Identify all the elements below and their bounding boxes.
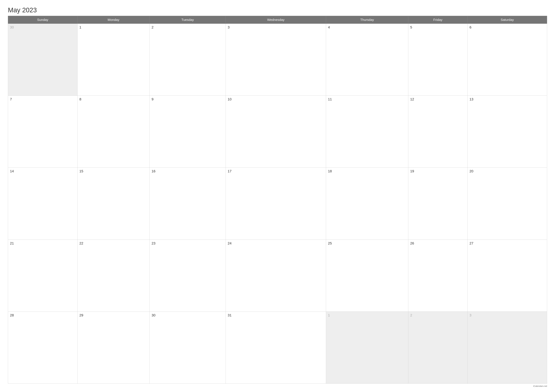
calendar-day-cell: 20 <box>467 168 547 240</box>
calendar-day-cell: 1 <box>326 312 408 384</box>
calendar-day-cell: 3 <box>226 24 326 96</box>
calendar-day-cell: 5 <box>408 24 467 96</box>
calendar-day-cell: 11 <box>326 96 408 168</box>
day-number: 30 <box>10 25 14 29</box>
day-number: 23 <box>152 241 155 245</box>
day-number: 3 <box>228 25 230 29</box>
calendar-day-cell: 30 <box>150 312 226 384</box>
day-number: 1 <box>80 25 81 29</box>
day-number: 30 <box>152 313 155 317</box>
calendar-week-row: 14151617181920 <box>8 168 547 240</box>
day-number: 11 <box>328 97 332 101</box>
calendar-title: May 2023 <box>8 6 547 14</box>
day-number: 12 <box>410 97 414 101</box>
footer-credit: iCalendars.net <box>533 385 547 387</box>
calendar-day-cell: 2 <box>408 312 467 384</box>
day-number: 29 <box>80 313 83 317</box>
day-number: 10 <box>228 97 232 101</box>
day-number: 9 <box>152 97 153 101</box>
day-number: 19 <box>410 169 414 173</box>
calendar-day-cell: 15 <box>77 168 150 240</box>
header-day-monday: Monday <box>77 16 150 24</box>
calendar-day-cell: 28 <box>8 312 78 384</box>
calendar-day-cell: 24 <box>226 240 326 312</box>
calendar-day-cell: 3 <box>467 312 547 384</box>
calendar-day-cell: 17 <box>226 168 326 240</box>
header-day-tuesday: Tuesday <box>150 16 226 24</box>
calendar-day-cell: 14 <box>8 168 78 240</box>
calendar-day-cell: 7 <box>8 96 78 168</box>
calendar-day-cell: 16 <box>150 168 226 240</box>
day-number: 31 <box>228 313 232 317</box>
calendar-day-cell: 4 <box>326 24 408 96</box>
header-day-friday: Friday <box>408 16 467 24</box>
calendar-week-row: 30123456 <box>8 24 547 96</box>
day-number: 1 <box>328 313 330 317</box>
calendar-day-cell: 22 <box>77 240 150 312</box>
header-day-thursday: Thursday <box>326 16 408 24</box>
day-number: 25 <box>328 241 332 245</box>
calendar-day-cell: 19 <box>408 168 467 240</box>
header-day-wednesday: Wednesday <box>226 16 326 24</box>
day-number: 7 <box>10 97 12 101</box>
day-number: 26 <box>410 241 414 245</box>
day-number: 5 <box>410 25 412 29</box>
day-number: 20 <box>469 169 473 173</box>
calendar-day-cell: 23 <box>150 240 226 312</box>
calendar-day-cell: 29 <box>77 312 150 384</box>
calendar-header-row: SundayMondayTuesdayWednesdayThursdayFrid… <box>8 16 547 24</box>
day-number: 6 <box>469 25 471 29</box>
calendar-day-cell: 2 <box>150 24 226 96</box>
day-number: 22 <box>80 241 83 245</box>
calendar-day-cell: 12 <box>408 96 467 168</box>
calendar-day-cell: 9 <box>150 96 226 168</box>
day-number: 16 <box>152 169 155 173</box>
day-number: 4 <box>328 25 330 29</box>
calendar-day-cell: 1 <box>77 24 150 96</box>
calendar-week-row: 78910111213 <box>8 96 547 168</box>
calendar-day-cell: 25 <box>326 240 408 312</box>
day-number: 18 <box>328 169 332 173</box>
calendar-day-cell: 18 <box>326 168 408 240</box>
day-number: 15 <box>80 169 83 173</box>
day-number: 13 <box>469 97 473 101</box>
day-number: 21 <box>10 241 14 245</box>
day-number: 8 <box>80 97 81 101</box>
day-number: 17 <box>228 169 232 173</box>
header-day-sunday: Sunday <box>8 16 78 24</box>
calendar-footer: iCalendars.net <box>8 385 547 387</box>
calendar-week-row: 21222324252627 <box>8 240 547 312</box>
calendar-day-cell: 31 <box>226 312 326 384</box>
day-number: 3 <box>469 313 471 317</box>
calendar-day-cell: 30 <box>8 24 78 96</box>
calendar-week-row: 28293031123 <box>8 312 547 384</box>
calendar-day-cell: 13 <box>467 96 547 168</box>
calendar-day-cell: 27 <box>467 240 547 312</box>
day-number: 2 <box>152 25 153 29</box>
calendar-day-cell: 10 <box>226 96 326 168</box>
day-number: 24 <box>228 241 232 245</box>
calendar-day-cell: 21 <box>8 240 78 312</box>
day-number: 28 <box>10 313 14 317</box>
day-number: 2 <box>410 313 412 317</box>
calendar-day-cell: 8 <box>77 96 150 168</box>
calendar-day-cell: 26 <box>408 240 467 312</box>
calendar-table: SundayMondayTuesdayWednesdayThursdayFrid… <box>8 16 547 384</box>
calendar-day-cell: 6 <box>467 24 547 96</box>
day-number: 27 <box>469 241 473 245</box>
day-number: 14 <box>10 169 14 173</box>
header-day-saturday: Saturday <box>467 16 547 24</box>
